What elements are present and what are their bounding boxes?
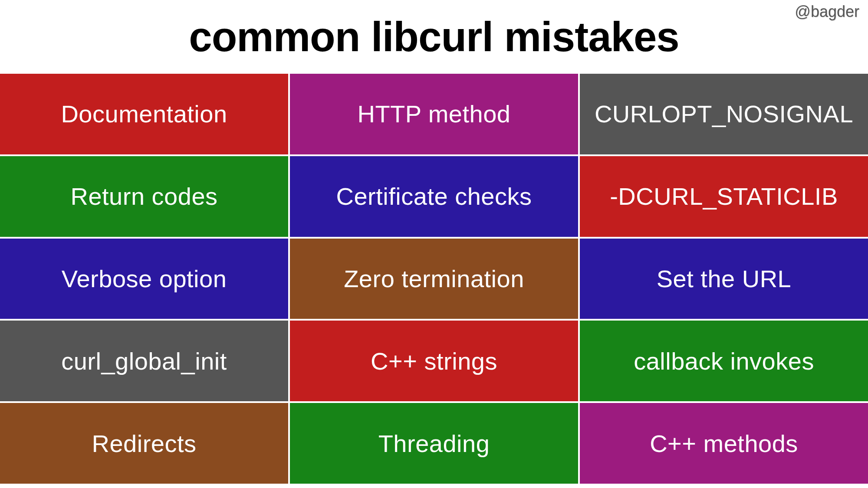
topic-cell: C++ methods [580,403,868,484]
topic-cell: Zero termination [290,239,578,319]
topic-cell: -DCURL_STATICLIB [580,156,868,237]
topic-cell: Threading [290,403,578,484]
topics-grid: Documentation HTTP method CURLOPT_NOSIGN… [0,74,868,484]
topic-cell: Verbose option [0,239,288,319]
topic-cell: Certificate checks [290,156,578,237]
topic-cell: HTTP method [290,74,578,154]
topic-cell: CURLOPT_NOSIGNAL [580,74,868,154]
attribution-handle: @bagder [795,3,859,21]
topic-cell: Redirects [0,403,288,484]
topic-cell: callback invokes [580,321,868,401]
topic-cell: Documentation [0,74,288,154]
slide-title: common libcurl mistakes [0,0,868,74]
topic-cell: C++ strings [290,321,578,401]
topic-cell: Return codes [0,156,288,237]
slide: @bagder common libcurl mistakes Document… [0,0,868,488]
topic-cell: curl_global_init [0,321,288,401]
topic-cell: Set the URL [580,239,868,319]
